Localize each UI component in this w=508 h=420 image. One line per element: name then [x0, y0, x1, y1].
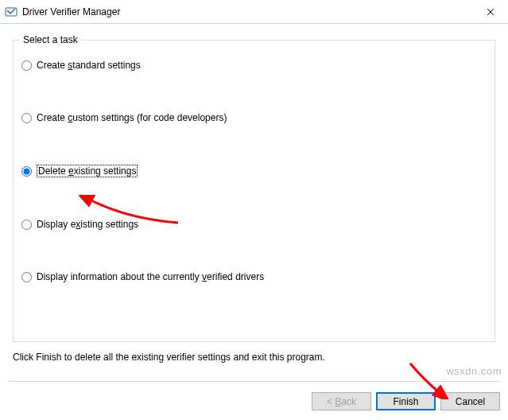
radio-input-display-info[interactable] — [21, 272, 32, 282]
radio-input-display-existing[interactable] — [21, 220, 32, 230]
titlebar: Driver Verifier Manager — [0, 0, 508, 24]
app-icon — [5, 6, 17, 18]
close-icon — [487, 8, 494, 16]
back-button: < Back — [312, 392, 371, 410]
radio-display-existing[interactable]: Display existing settings — [21, 219, 487, 230]
radio-create-custom[interactable]: Create custom settings (for code develop… — [21, 112, 487, 123]
radio-input-delete-existing[interactable] — [21, 166, 32, 177]
radio-create-standard[interactable]: Create standard settings — [21, 60, 487, 71]
radio-label: Create custom settings (for code develop… — [37, 112, 227, 123]
cancel-button[interactable]: Cancel — [440, 392, 500, 410]
watermark: wsxdn.com — [446, 365, 502, 377]
groupbox-title: Select a task — [20, 34, 81, 45]
window-title: Driver Verifier Manager — [22, 6, 472, 18]
radio-label: Display information about the currently … — [37, 271, 264, 282]
radio-input-create-custom[interactable] — [21, 113, 32, 123]
task-groupbox: Select a task Create standard settings C… — [13, 40, 495, 342]
button-separator — [8, 381, 500, 382]
radio-label: Create standard settings — [37, 60, 141, 71]
close-button[interactable] — [472, 0, 508, 23]
button-row: < Back Finish Cancel — [312, 392, 500, 410]
content-area: Select a task Create standard settings C… — [0, 24, 508, 363]
radio-display-info[interactable]: Display information about the currently … — [21, 271, 487, 282]
finish-button[interactable]: Finish — [376, 392, 436, 410]
radio-label: Display existing settings — [37, 219, 138, 230]
radio-input-create-standard[interactable] — [21, 60, 32, 71]
radio-delete-existing[interactable]: Delete existing settings — [21, 165, 487, 177]
instruction-text: Click Finish to delete all the existing … — [13, 352, 495, 363]
radio-label: Delete existing settings — [37, 165, 138, 177]
